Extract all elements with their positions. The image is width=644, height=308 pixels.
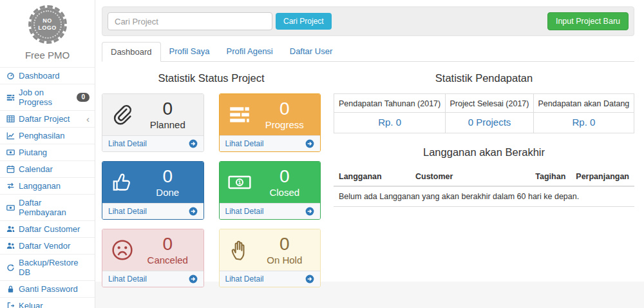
income-stat-label: Project Selesai (2017) xyxy=(446,94,534,113)
tab-profil-agensi[interactable]: Profil Agensi xyxy=(218,42,281,62)
income-stats-table: Pendapatan Tahunan (2017) Project Selesa… xyxy=(334,93,634,133)
logo-area: NO LOGO Free PMO xyxy=(0,0,95,67)
users-icon xyxy=(6,225,15,233)
sidebar-item-label: Daftar Pembayaran xyxy=(19,198,90,217)
tab-daftar-user[interactable]: Daftar User xyxy=(281,42,341,62)
closed-count: 0 xyxy=(254,167,316,187)
sidebar-item-calendar[interactable]: Calendar xyxy=(0,161,95,178)
no-logo-badge: NO LOGO xyxy=(28,5,67,44)
sidebar-item-backup-restore[interactable]: Backup/Restore DB xyxy=(0,255,95,281)
arrow-circle-right-icon xyxy=(189,139,198,148)
arrow-circle-right-icon xyxy=(189,207,198,216)
sidebar-item-daftar-vendor[interactable]: Daftar Vendor xyxy=(0,238,95,255)
income-stat-value[interactable]: Rp. 0 xyxy=(334,113,446,133)
done-detail-link[interactable]: Lihat Detail xyxy=(102,203,204,219)
users-icon xyxy=(6,242,15,250)
card-on-hold: 0On Hold Lihat Detail xyxy=(219,229,321,287)
arrow-circle-right-icon xyxy=(189,274,198,284)
planned-label: Planned xyxy=(137,119,198,130)
closed-detail-link[interactable]: Lihat Detail xyxy=(220,203,321,219)
column-header: Perpanjangan xyxy=(571,168,634,186)
sidebar-nav: Dashboard Job on Progress0 Daftar Projec… xyxy=(0,67,95,308)
progress-label: Progress xyxy=(254,119,316,130)
sidebar-item-label: Dashboard xyxy=(19,71,60,81)
canceled-label: Canceled xyxy=(137,255,198,265)
income-section: Statistik Pendapatan Pendapatan Tahunan … xyxy=(334,68,634,287)
income-stat-label: Pendapatan Tahunan (2017) xyxy=(334,94,446,113)
search-button[interactable]: Cari Project xyxy=(276,13,332,30)
retweet-icon xyxy=(6,182,15,190)
sidebar-item-keluar[interactable]: Keluar xyxy=(0,298,95,308)
income-stat-label: Pendapatan akan Datang xyxy=(533,94,634,113)
sidebar-item-label: Ganti Password xyxy=(19,284,78,294)
column-header: Customer xyxy=(410,168,526,186)
lihat-detail-label: Lihat Detail xyxy=(108,207,147,216)
chevron-left-icon: ‹ xyxy=(86,116,90,122)
frown-icon xyxy=(108,238,137,262)
search-input[interactable] xyxy=(108,12,272,30)
sidebar-item-label: Piutang xyxy=(19,148,47,157)
lock-icon xyxy=(6,285,15,293)
subscription-table: Langganan Customer Tagihan Perpanjangan … xyxy=(334,168,634,207)
sidebar-item-langganan[interactable]: Langganan xyxy=(0,178,95,195)
brand-name: Free PMO xyxy=(25,50,70,61)
sidebar-item-label: Daftar Customer xyxy=(19,224,80,234)
sidebar-item-daftar-customer[interactable]: Daftar Customer xyxy=(0,221,95,238)
sidebar-item-daftar-project[interactable]: Daftar Project‹ xyxy=(0,111,95,128)
tab-bar: Dashboard Profil Saya Profil Agensi Daft… xyxy=(102,42,634,62)
column-header: Langganan xyxy=(334,168,410,186)
closed-label: Closed xyxy=(254,187,316,198)
sidebar-item-label: Calendar xyxy=(19,164,53,174)
lihat-detail-label: Lihat Detail xyxy=(108,274,147,284)
table-row: Belum ada Langganan yang akan berakhir d… xyxy=(334,186,634,207)
lihat-detail-label: Lihat Detail xyxy=(225,207,264,216)
sidebar-item-job-on-progress[interactable]: Job on Progress0 xyxy=(0,84,95,111)
sidebar-item-label: Penghasilan xyxy=(19,131,65,140)
new-project-button[interactable]: Input Project Baru xyxy=(547,12,629,30)
hand-paper-icon xyxy=(225,238,254,262)
tasks-icon xyxy=(225,102,254,127)
tab-profil-saya[interactable]: Profil Saya xyxy=(161,42,218,62)
sidebar-item-label: Daftar Project xyxy=(19,114,70,124)
sidebar-item-label: Job on Progress xyxy=(19,88,69,107)
tasks-icon xyxy=(6,93,15,102)
sidebar: NO LOGO Free PMO Dashboard Job on Progre… xyxy=(0,0,95,308)
sidebar-item-label: Daftar Vendor xyxy=(19,241,70,251)
sidebar-item-dashboard[interactable]: Dashboard xyxy=(0,68,95,84)
canceled-detail-link[interactable]: Lihat Detail xyxy=(102,271,204,287)
on-hold-count: 0 xyxy=(254,235,316,255)
income-section-title: Statistik Pendapatan xyxy=(334,72,634,84)
card-closed: 0Closed Lihat Detail xyxy=(219,161,321,220)
status-cards: 0Planned Lihat Detail 0Progress Lihat De… xyxy=(102,93,321,287)
sidebar-item-ganti-password[interactable]: Ganti Password xyxy=(0,281,95,298)
chart-line-icon xyxy=(6,131,15,140)
sidebar-item-penghasilan[interactable]: Penghasilan xyxy=(0,128,95,144)
tab-dashboard[interactable]: Dashboard xyxy=(102,42,161,62)
sidebar-item-piutang[interactable]: Piutang xyxy=(0,144,95,161)
sidebar-item-label: Backup/Restore DB xyxy=(19,258,90,277)
progress-detail-link[interactable]: Lihat Detail xyxy=(220,135,321,151)
sign-out-icon xyxy=(6,302,15,308)
status-section: Statistik Status Project 0Planned Lihat … xyxy=(102,68,321,287)
refresh-icon xyxy=(6,264,15,272)
status-section-title: Statistik Status Project xyxy=(102,72,321,84)
arrow-circle-right-icon xyxy=(305,207,314,216)
sidebar-item-daftar-pembayaran[interactable]: Daftar Pembayaran xyxy=(0,195,95,221)
card-done: 0Done Lihat Detail xyxy=(102,161,204,220)
on-hold-detail-link[interactable]: Lihat Detail xyxy=(220,271,321,287)
lihat-detail-label: Lihat Detail xyxy=(225,274,264,284)
dashboard-icon xyxy=(6,72,15,80)
empty-message: Belum ada Langganan yang akan berakhir d… xyxy=(334,186,634,207)
done-count: 0 xyxy=(137,167,198,187)
money-icon xyxy=(6,204,15,212)
calendar-icon xyxy=(6,165,15,173)
column-header: Tagihan xyxy=(526,168,571,186)
income-stat-value[interactable]: 0 Projects xyxy=(446,113,534,133)
card-canceled: 0Canceled Lihat Detail xyxy=(102,229,204,287)
planned-detail-link[interactable]: Lihat Detail xyxy=(102,135,204,151)
card-planned: 0Planned Lihat Detail xyxy=(102,93,204,152)
income-stat-value[interactable]: Rp. 0 xyxy=(533,113,634,133)
card-progress: 0Progress Lihat Detail xyxy=(219,93,321,152)
job-count-badge: 0 xyxy=(77,93,90,102)
lihat-detail-label: Lihat Detail xyxy=(108,139,147,148)
